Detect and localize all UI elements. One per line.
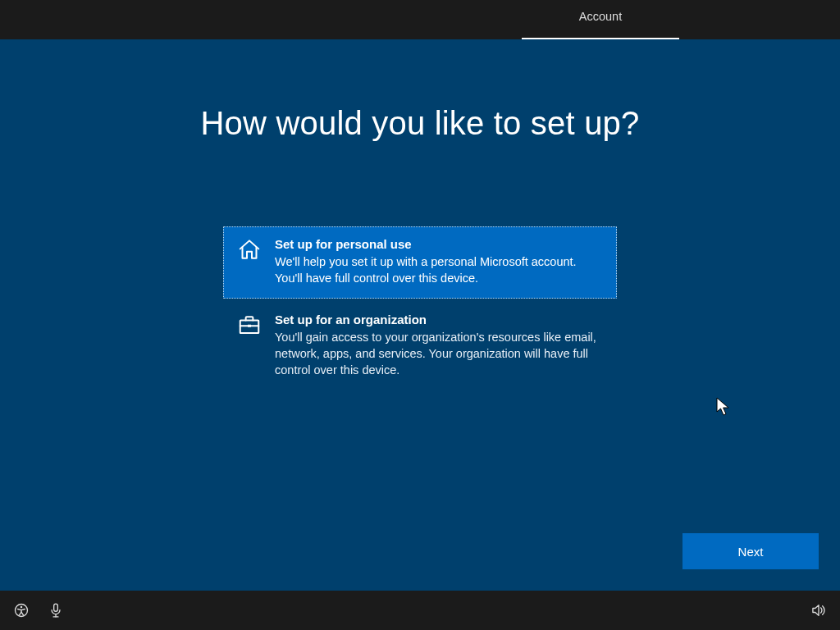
next-button[interactable]: Next <box>682 533 819 569</box>
briefcase-icon <box>235 311 263 339</box>
option-personal-use[interactable]: Set up for personal use We'll help you s… <box>223 226 617 299</box>
tab-account[interactable]: Account <box>522 0 679 39</box>
svg-rect-1 <box>248 325 251 327</box>
mouse-cursor-icon <box>716 397 731 417</box>
option-personal-desc: We'll help you set it up with a personal… <box>275 253 605 286</box>
home-icon <box>235 235 263 263</box>
svg-rect-4 <box>54 604 58 611</box>
volume-icon[interactable] <box>810 602 827 619</box>
option-personal-title: Set up for personal use <box>275 237 605 251</box>
option-organization-title: Set up for an organization <box>275 313 605 326</box>
bottom-bar <box>0 591 840 630</box>
setup-options: Set up for personal use We'll help you s… <box>223 226 617 394</box>
content-stage: How would you like to set up? Set up for… <box>0 39 840 591</box>
ease-of-access-icon[interactable] <box>13 602 30 619</box>
top-bar: Account <box>0 0 840 39</box>
svg-point-3 <box>21 606 23 609</box>
tab-account-label: Account <box>579 10 622 23</box>
next-button-label: Next <box>738 545 764 559</box>
page-title: How would you like to set up? <box>0 105 840 142</box>
cortana-mic-icon[interactable] <box>48 602 64 619</box>
option-organization-desc: You'll gain access to your organization'… <box>275 329 605 378</box>
option-organization[interactable]: Set up for an organization You'll gain a… <box>223 302 617 390</box>
